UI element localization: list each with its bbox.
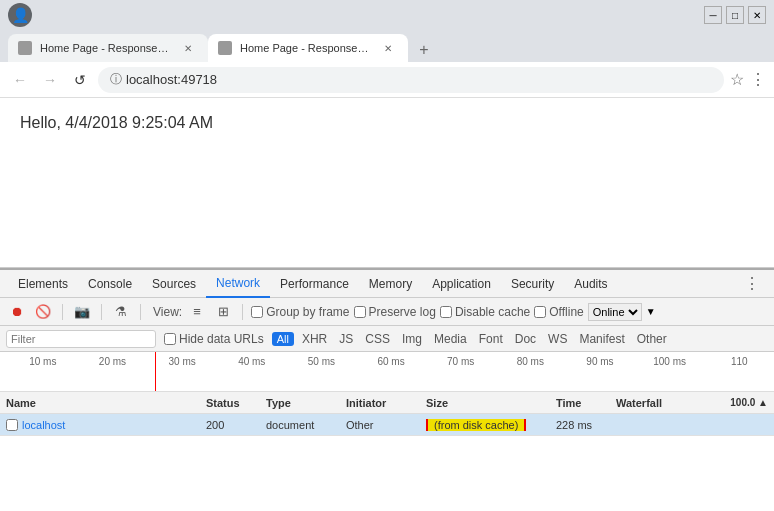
preserve-log-label[interactable]: Preserve log (354, 305, 436, 319)
devtools-tab-application[interactable]: Application (422, 270, 501, 298)
disable-cache-checkbox[interactable] (440, 306, 452, 318)
filter-doc-button[interactable]: Doc (511, 331, 540, 347)
table-row[interactable]: localhost 200 document Other (from disk … (0, 414, 774, 436)
tab-favicon-2 (218, 41, 232, 55)
devtools-tab-performance[interactable]: Performance (270, 270, 359, 298)
network-table: Name Status Type Initiator Size Time Wat… (0, 392, 774, 511)
timeline-marker-7: 80 ms (495, 356, 565, 367)
maximize-button[interactable]: □ (726, 6, 744, 24)
waterfall-sort-icon[interactable]: 100.0 ▲ (730, 397, 768, 408)
cell-time: 228 ms (550, 419, 610, 431)
filter-all-button[interactable]: All (272, 332, 294, 346)
tab-bar: Home Page - ResponseC... ✕ Home Page - R… (0, 30, 774, 62)
row-checkbox[interactable] (6, 419, 18, 431)
filter-manifest-button[interactable]: Manifest (575, 331, 628, 347)
timeline-area[interactable]: 10 ms 20 ms 30 ms 40 ms 50 ms 60 ms 70 m… (0, 352, 774, 392)
online-select[interactable]: Online (588, 303, 642, 321)
filter-ws-button[interactable]: WS (544, 331, 571, 347)
devtools-more-button[interactable]: ⋮ (738, 274, 766, 293)
header-size: Size (420, 397, 550, 409)
view-label: View: (153, 305, 182, 319)
tab-title-1: Home Page - ResponseC... (40, 42, 172, 54)
timeline-marker-5: 60 ms (356, 356, 426, 367)
close-button[interactable]: ✕ (748, 6, 766, 24)
devtools-tab-network[interactable]: Network (206, 270, 270, 298)
offline-label[interactable]: Offline (534, 305, 583, 319)
header-time: Time (550, 397, 610, 409)
disable-cache-label[interactable]: Disable cache (440, 305, 530, 319)
timeline-marker-4: 50 ms (287, 356, 357, 367)
devtools-tab-security[interactable]: Security (501, 270, 564, 298)
tab-close-2[interactable]: ✕ (380, 40, 396, 56)
cell-status: 200 (200, 419, 260, 431)
new-tab-button[interactable]: + (412, 38, 436, 62)
timeline-marker-8: 90 ms (565, 356, 635, 367)
network-dropdown-icon[interactable]: ▼ (646, 306, 656, 317)
timeline-marker-10: 110 (704, 356, 774, 367)
window-controls: ─ □ ✕ (704, 6, 766, 24)
camera-button[interactable]: 📷 (71, 301, 93, 323)
profile-icon[interactable]: 👤 (8, 3, 32, 27)
filter-bar: Hide data URLs All XHR JS CSS Img Media … (0, 326, 774, 352)
tab-favicon-1 (18, 41, 32, 55)
filter-other-button[interactable]: Other (633, 331, 671, 347)
header-name: Name (0, 397, 200, 409)
address-text: localhost:49718 (126, 72, 217, 87)
tab-close-1[interactable]: ✕ (180, 40, 196, 56)
back-button[interactable]: ← (8, 68, 32, 92)
filter-input[interactable] (6, 330, 156, 348)
filter-button[interactable]: ⚗ (110, 301, 132, 323)
list-view-button[interactable]: ≡ (186, 301, 208, 323)
filter-font-button[interactable]: Font (475, 331, 507, 347)
devtools-tab-audits[interactable]: Audits (564, 270, 617, 298)
clear-button[interactable]: 🚫 (32, 301, 54, 323)
cell-name: localhost (0, 419, 200, 431)
preserve-log-checkbox[interactable] (354, 306, 366, 318)
title-bar: 👤 ─ □ ✕ (0, 0, 774, 30)
devtools-panel: Elements Console Sources Network Perform… (0, 268, 774, 511)
devtools-tab-memory[interactable]: Memory (359, 270, 422, 298)
group-by-frame-checkbox[interactable] (251, 306, 263, 318)
tab-2[interactable]: Home Page - ResponseC... ✕ (208, 34, 408, 62)
devtools-tab-sources[interactable]: Sources (142, 270, 206, 298)
timeline-marker-2: 30 ms (147, 356, 217, 367)
timeline-marker-0: 10 ms (8, 356, 78, 367)
filter-xhr-button[interactable]: XHR (298, 331, 331, 347)
filter-media-button[interactable]: Media (430, 331, 471, 347)
filter-img-button[interactable]: Img (398, 331, 426, 347)
timeline-marker-9: 100 ms (635, 356, 705, 367)
timeline-marker-3: 40 ms (217, 356, 287, 367)
header-type: Type (260, 397, 340, 409)
filter-js-button[interactable]: JS (335, 331, 357, 347)
toolbar-divider-3 (140, 304, 141, 320)
tree-view-button[interactable]: ⊞ (212, 301, 234, 323)
tab-1[interactable]: Home Page - ResponseC... ✕ (8, 34, 208, 62)
row-name-link[interactable]: localhost (22, 419, 65, 431)
hide-data-urls-checkbox[interactable] (164, 333, 176, 345)
timeline-marker-1: 20 ms (78, 356, 148, 367)
toolbar-divider-2 (101, 304, 102, 320)
refresh-button[interactable]: ↺ (68, 68, 92, 92)
devtools-tab-console[interactable]: Console (78, 270, 142, 298)
page-content: Hello, 4/4/2018 9:25:04 AM (0, 98, 774, 268)
more-button[interactable]: ⋮ (750, 70, 766, 89)
minimize-button[interactable]: ─ (704, 6, 722, 24)
toolbar-divider-4 (242, 304, 243, 320)
filter-css-button[interactable]: CSS (361, 331, 394, 347)
forward-button[interactable]: → (38, 68, 62, 92)
group-by-frame-label[interactable]: Group by frame (251, 305, 349, 319)
devtools-tab-elements[interactable]: Elements (8, 270, 78, 298)
table-header: Name Status Type Initiator Size Time Wat… (0, 392, 774, 414)
lock-icon: ⓘ (110, 71, 122, 88)
hide-data-urls-label[interactable]: Hide data URLs (164, 332, 264, 346)
cell-initiator: Other (340, 419, 420, 431)
cell-type: document (260, 419, 340, 431)
bookmark-button[interactable]: ☆ (730, 70, 744, 89)
tab-title-2: Home Page - ResponseC... (240, 42, 372, 54)
address-bar: ← → ↺ ⓘ localhost:49718 ☆ ⋮ (0, 62, 774, 98)
timeline-line-red (155, 352, 156, 391)
record-button[interactable]: ⏺ (6, 301, 28, 323)
offline-checkbox[interactable] (534, 306, 546, 318)
timeline-markers: 10 ms 20 ms 30 ms 40 ms 50 ms 60 ms 70 m… (0, 352, 774, 391)
address-input[interactable]: ⓘ localhost:49718 (98, 67, 724, 93)
